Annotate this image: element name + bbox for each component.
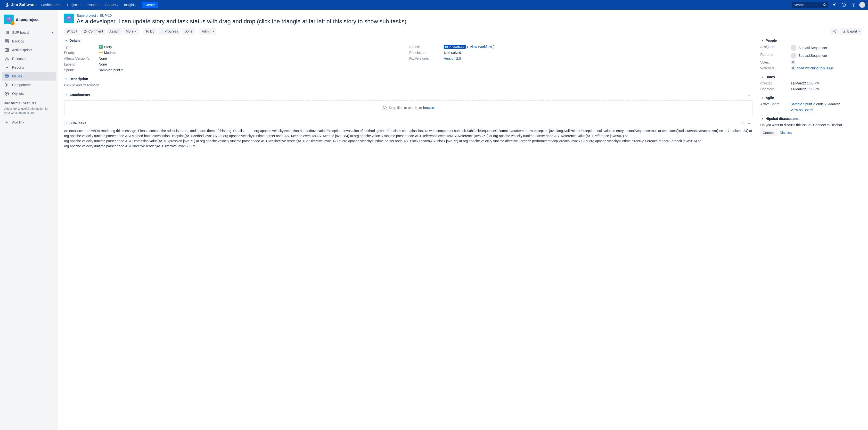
edit-button[interactable]: Edit: [64, 28, 80, 35]
svg-point-3: [853, 4, 854, 6]
hipchat-dismiss-link[interactable]: Dismiss: [780, 131, 792, 135]
sidebar-backlog[interactable]: Backlog: [2, 37, 56, 45]
story-type-icon: [99, 45, 103, 49]
reports-icon: [4, 65, 9, 70]
sidebar-releases[interactable]: Releases: [2, 54, 56, 63]
type-label: Type:: [64, 45, 97, 49]
issue-project-avatar: [64, 13, 74, 23]
subtasks-section: ▾ Sub-Tasks + ⋯ An error occurred whilst…: [64, 120, 752, 149]
subtasks-header: Sub-Tasks: [69, 121, 86, 125]
svg-rect-13: [5, 76, 8, 77]
product-logo[interactable]: Jira Software: [3, 2, 37, 7]
topbar: Jira Software Dashboards▾ Projects▾ Issu…: [0, 0, 868, 10]
components-icon: [4, 83, 9, 87]
svg-point-19: [835, 30, 836, 31]
sidebar-objects[interactable]: Objects: [2, 89, 56, 98]
inprogress-button[interactable]: In Progress: [158, 28, 181, 35]
view-workflow-link[interactable]: View Workflow: [470, 45, 492, 49]
svg-rect-10: [5, 42, 8, 43]
collapse-toggle[interactable]: ▾: [760, 96, 764, 100]
hipchat-header: Hipchat discussions: [766, 117, 799, 121]
nav-projects[interactable]: Projects▾: [65, 0, 84, 10]
sprints-icon: [4, 48, 9, 53]
nav-boards[interactable]: Boards▾: [103, 0, 121, 10]
admin-button[interactable]: Admin▾: [199, 28, 216, 35]
status-label: Status:: [409, 45, 442, 49]
add-subtask-icon[interactable]: +: [740, 120, 746, 126]
search-input[interactable]: [794, 3, 823, 7]
fix-version-link[interactable]: Version 2.0: [444, 57, 461, 60]
attachment-dropzone[interactable]: Drop files to attach, or browse.: [64, 100, 752, 115]
sidebar-components[interactable]: Components: [2, 81, 56, 89]
collapse-toggle[interactable]: ▾: [760, 38, 764, 42]
collapse-toggle[interactable]: ▾: [760, 117, 764, 121]
agile-header: Agile: [766, 96, 774, 100]
resolution-label: Resolution:: [409, 51, 442, 55]
browse-link[interactable]: browse.: [423, 106, 435, 110]
start-watching-link[interactable]: Start watching this issue: [797, 66, 834, 70]
sidebar: ⟨⟩ Superproject SUP board ▾ Backlog Acti…: [0, 10, 58, 430]
more-actions-icon[interactable]: ⋯: [747, 120, 752, 126]
assignee-label: Assignee:: [760, 45, 790, 51]
chevron-down-icon: ▾: [52, 31, 54, 34]
created-label: Created:: [760, 81, 790, 85]
project-header[interactable]: ⟨⟩ Superproject: [2, 13, 56, 28]
sidebar-add-link[interactable]: Add link: [2, 118, 56, 127]
done-button[interactable]: Done: [182, 28, 195, 35]
board-icon: [4, 30, 9, 35]
breadcrumb: Superproject / SUP-10: [77, 13, 862, 18]
sidebar-board[interactable]: SUP board ▾: [2, 28, 56, 37]
sidebar-active-sprints[interactable]: Active sprints: [2, 45, 56, 54]
hipchat-connect-button[interactable]: Connect: [760, 129, 778, 136]
issue-toolbar: Edit Comment Assign More▾ To Do In Progr…: [64, 28, 862, 35]
description-placeholder[interactable]: Click to add description: [64, 83, 752, 87]
svg-point-21: [835, 32, 836, 33]
votes-count: 0: [790, 60, 796, 64]
svg-rect-12: [5, 75, 8, 75]
project-avatar: ⟨⟩: [4, 14, 13, 24]
description-header: Description: [69, 77, 88, 81]
people-section: ▾ People Assignee: SubtaskSequencer Repo…: [760, 38, 862, 70]
breadcrumb-key[interactable]: SUP-10: [100, 13, 112, 18]
fix-label: Fix Version/s:: [409, 57, 442, 60]
svg-point-0: [824, 4, 825, 6]
more-actions-icon[interactable]: ⋯: [747, 92, 752, 98]
user-avatar[interactable]: [859, 2, 865, 8]
nav-insight[interactable]: Insight▾: [122, 0, 138, 10]
issues-icon: [4, 74, 9, 79]
svg-point-5: [7, 19, 8, 20]
objects-icon: [4, 91, 9, 96]
hipchat-text: Do you want to discuss this issue? Conne…: [760, 123, 862, 127]
view-on-board-link[interactable]: View on Board: [790, 108, 813, 112]
notifications-icon[interactable]: [830, 1, 838, 9]
collapse-toggle[interactable]: ▾: [64, 121, 68, 125]
assign-button[interactable]: Assign: [107, 28, 122, 35]
export-button[interactable]: Export▾: [840, 28, 862, 35]
settings-icon[interactable]: [849, 1, 857, 9]
active-sprint-link[interactable]: Sample Sprint 2: [790, 102, 815, 106]
breadcrumb-project[interactable]: Superproject: [77, 13, 96, 18]
svg-point-18: [69, 17, 70, 19]
create-button[interactable]: Create: [142, 2, 158, 8]
avatar: [790, 45, 797, 51]
share-button[interactable]: [830, 28, 839, 35]
details-header: Details: [69, 38, 81, 42]
sidebar-issues[interactable]: Issues: [2, 72, 56, 81]
todo-button[interactable]: To Do: [143, 28, 157, 35]
collapse-toggle[interactable]: ▾: [64, 77, 68, 81]
help-icon[interactable]: [840, 1, 848, 9]
chevron-down-icon: ▾: [98, 4, 99, 6]
more-button[interactable]: More▾: [123, 28, 139, 35]
collapse-toggle[interactable]: ▾: [760, 75, 764, 79]
collapse-toggle[interactable]: ▾: [64, 38, 68, 42]
project-badge-icon: ⟨⟩: [11, 21, 14, 25]
comment-button[interactable]: Comment: [81, 28, 105, 35]
description-section: ▾ Description Click to add description: [64, 77, 752, 87]
search-box[interactable]: [792, 2, 828, 8]
svg-point-17: [67, 17, 69, 19]
nav-dashboards[interactable]: Dashboards▾: [38, 0, 64, 10]
chevron-down-icon: ▾: [117, 4, 118, 6]
sidebar-reports[interactable]: Reports: [2, 63, 56, 72]
nav-issues[interactable]: Issues▾: [85, 0, 102, 10]
collapse-toggle[interactable]: ▾: [64, 93, 68, 97]
